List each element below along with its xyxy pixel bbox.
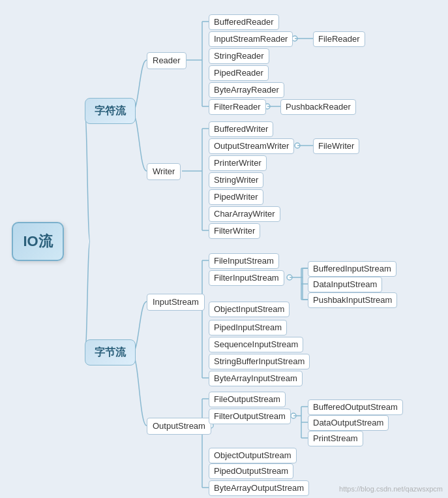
sequenceinputstream-node: SequenceInputStream	[209, 337, 303, 352]
stringwriter-node: StringWriter	[209, 172, 263, 188]
inputstreamreader-node: InputStreamReader	[209, 31, 293, 47]
filewriter-node: FileWriter	[313, 138, 359, 154]
pipedwriter-node: PipedWriter	[209, 189, 263, 205]
inputstream-node: InputStream	[147, 294, 205, 311]
bytearrayinputstream-node: ByteArrayInputStream	[209, 371, 303, 386]
svg-point-4	[292, 36, 297, 41]
bufferedinputstream-node: BufferedInputStream	[308, 261, 396, 277]
filereader-node: FileReader	[313, 31, 365, 47]
root-node: IO流	[12, 222, 64, 261]
filterreader-node: FilterReader	[209, 99, 266, 115]
pipedoutputstream-node: PipedOutputStream	[209, 463, 293, 479]
fileinputstream-node: FileInputStream	[209, 253, 279, 269]
bytearrayoutputstream-node: ByteArrayOutputStream	[209, 480, 309, 496]
fileoutputstream-node: FileOutputStream	[209, 392, 286, 407]
pipedinputstream-node: PipedInputStream	[209, 320, 287, 335]
pushbackreader-node: PushbackReader	[280, 99, 356, 115]
pushbakinputstream-node: PushbakInputStream	[308, 292, 397, 308]
char-category: 字符流	[85, 98, 136, 124]
objectinputstream-node: ObjectInputStream	[209, 302, 290, 317]
outputstream-node: OutputStream	[147, 418, 211, 435]
filteroutputstream-node: FilterOutputStream	[209, 409, 291, 424]
filterwriter-node: FilterWriter	[209, 223, 260, 239]
io-diagram: IO流 字符流 字节流 Reader Writer InputStream Ou…	[0, 0, 448, 498]
reader-node: Reader	[147, 52, 187, 69]
bufferedreader-node: BufferedReader	[209, 14, 279, 30]
dataoutputstream-node: DataOutputStream	[308, 415, 389, 431]
bufferedoutputstream-node: BufferedOutputStream	[308, 399, 403, 415]
datainputstream-node: DataInputStream	[308, 277, 382, 292]
writer-node: Writer	[147, 163, 181, 180]
svg-point-31	[291, 413, 296, 418]
printerwriter-node: PrinterWriter	[209, 155, 267, 171]
chararraywriter-node: CharArrayWriter	[209, 206, 280, 222]
stringbufferinputstream-node: StringBufferInputStream	[209, 354, 310, 369]
watermark: https://blog.csdn.net/qazwsxpcm	[339, 485, 443, 493]
objectoutputstream-node: ObjectOutputStream	[209, 448, 297, 463]
outputstreamwriter-node: OutputStreamWriter	[209, 138, 294, 154]
printstream-node: PrintStream	[308, 431, 363, 446]
bytearrayreader-node: ByteArrayReader	[209, 82, 284, 98]
pipedreader-node: PipedReader	[209, 65, 269, 81]
bufferedwriter-node: BufferedWriter	[209, 121, 273, 137]
svg-point-12	[295, 143, 300, 148]
filterinputstream-node: FilterInputStream	[209, 270, 284, 286]
stringreader-node: StringReader	[209, 48, 269, 64]
svg-point-18	[287, 275, 292, 280]
byte-category: 字节流	[85, 339, 136, 366]
